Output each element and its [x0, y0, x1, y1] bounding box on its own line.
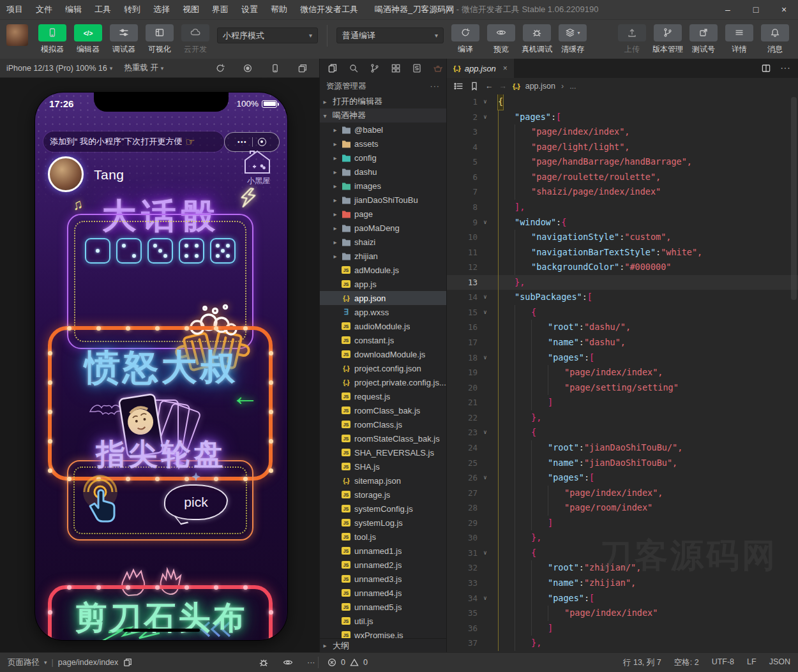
- mode-cloud-button[interactable]: 云开发: [177, 24, 213, 55]
- tree-file[interactable]: JSaudioModule.js: [320, 319, 446, 333]
- editor-scrollbar[interactable]: [791, 97, 797, 300]
- mode-layout-button[interactable]: 可视化: [142, 24, 177, 55]
- tab-app-json[interactable]: {..} app.json ×: [447, 59, 514, 78]
- tree-file[interactable]: JSroomClass.js: [320, 417, 446, 431]
- maximize-button[interactable]: □: [742, 4, 770, 15]
- fold-icon[interactable]: [478, 275, 493, 290]
- menu-转到[interactable]: 转到: [117, 4, 147, 15]
- tree-file[interactable]: {..}sitemap.json: [320, 474, 446, 488]
- outline-list-icon[interactable]: [453, 81, 463, 91]
- menu-设置[interactable]: 设置: [235, 4, 264, 15]
- fold-icon[interactable]: [478, 245, 493, 260]
- phone-simulator[interactable]: 17:26 100% 添加到“ 我的小程序”下次打开更方便☞ ••• Tang: [35, 93, 287, 640]
- tree-folder[interactable]: ▸@babel: [320, 123, 446, 137]
- fold-icon[interactable]: [478, 260, 493, 275]
- menu-工具[interactable]: 工具: [88, 4, 117, 15]
- menu-项目[interactable]: 项目: [0, 4, 29, 15]
- tree-folder[interactable]: ▸assets: [320, 137, 446, 151]
- hot-reload-toggle[interactable]: 热重载 开: [124, 63, 158, 73]
- fold-icon[interactable]: ∨: [478, 350, 493, 366]
- menu-文件[interactable]: 文件: [29, 4, 59, 15]
- warnings-icon[interactable]: [349, 657, 359, 668]
- menu-视图[interactable]: 视图: [176, 4, 206, 15]
- fold-icon[interactable]: [478, 154, 493, 170]
- mode-phone-button[interactable]: 模拟器: [34, 24, 70, 55]
- tree-folder[interactable]: ▸jianDaoShiTouBu: [320, 193, 446, 207]
- tree-file[interactable]: JSdownloadModule.js: [320, 347, 446, 361]
- fold-icon[interactable]: ∨: [478, 305, 493, 320]
- device-select[interactable]: iPhone 12/13 (Pro) 100% 16: [6, 64, 107, 73]
- back-icon[interactable]: ←: [485, 82, 493, 91]
- cursor-position[interactable]: 行 13, 列 7: [623, 657, 661, 668]
- capsule-menu[interactable]: •••: [224, 132, 280, 152]
- indent-setting[interactable]: 空格: 2: [674, 657, 699, 668]
- fold-icon[interactable]: [478, 440, 493, 456]
- fold-icon[interactable]: [478, 516, 493, 531]
- search-icon[interactable]: [349, 63, 359, 73]
- fold-icon[interactable]: [478, 230, 493, 245]
- fold-icon[interactable]: [478, 456, 493, 471]
- encoding[interactable]: UTF-8: [712, 657, 734, 668]
- mode-select[interactable]: 小程序模式▾: [217, 27, 318, 43]
- tree-file[interactable]: JSSHA.js: [320, 459, 446, 474]
- files-icon[interactable]: [327, 63, 338, 73]
- fold-icon[interactable]: [478, 320, 493, 335]
- tree-file[interactable]: JStool.js: [320, 530, 446, 544]
- tree-section[interactable]: ▾喝酒神器: [320, 108, 446, 123]
- user-avatar[interactable]: [6, 24, 28, 46]
- record-icon[interactable]: [243, 63, 253, 73]
- fold-icon[interactable]: [478, 500, 493, 516]
- tree-file[interactable]: ∃app.wxss: [320, 305, 446, 319]
- tree-folder[interactable]: ▸paoMaDeng: [320, 221, 446, 235]
- tree-file[interactable]: JSstorage.js: [320, 488, 446, 502]
- detach-window-icon[interactable]: [297, 63, 308, 73]
- tree-folder[interactable]: ▸page: [320, 207, 446, 221]
- mode-code-button[interactable]: </>编辑器: [70, 24, 106, 55]
- compile-select[interactable]: 普通编译▾: [336, 27, 444, 43]
- fold-icon[interactable]: [478, 621, 493, 636]
- right-menu-button[interactable]: 详情: [721, 24, 757, 55]
- fold-icon[interactable]: [478, 410, 493, 426]
- tree-file[interactable]: JSSHA_REVERSALS.js: [320, 445, 446, 459]
- tree-folder[interactable]: ▸zhijian: [320, 249, 446, 263]
- bookmark-icon[interactable]: [469, 81, 479, 91]
- tree-folder[interactable]: ▸shaizi: [320, 235, 446, 249]
- fold-icon[interactable]: [478, 395, 493, 410]
- snippet-file-icon[interactable]: [412, 63, 422, 73]
- fold-icon[interactable]: ∨: [478, 425, 493, 440]
- action-refresh-button[interactable]: 编译: [448, 24, 483, 55]
- tree-folder[interactable]: ▸dashu: [320, 165, 446, 179]
- tree-file[interactable]: JSunnamed5.js: [320, 600, 446, 614]
- forward-icon[interactable]: →: [499, 82, 508, 91]
- tree-folder[interactable]: ▸config: [320, 151, 446, 165]
- copy-path-icon[interactable]: [123, 657, 133, 668]
- menu-选择[interactable]: 选择: [147, 4, 176, 15]
- page-path-label[interactable]: 页面路径: [8, 657, 40, 668]
- split-editor-icon[interactable]: [761, 63, 771, 73]
- action-layers-button[interactable]: ▾清缓存: [555, 24, 591, 55]
- tree-file[interactable]: JSunnamed3.js: [320, 572, 446, 586]
- fold-icon[interactable]: [478, 636, 493, 651]
- errors-icon[interactable]: [327, 657, 337, 668]
- tree-file[interactable]: JSunnamed4.js: [320, 586, 446, 600]
- fold-icon[interactable]: ∨: [478, 215, 493, 230]
- debug-icon[interactable]: [259, 657, 269, 668]
- fold-icon[interactable]: [478, 184, 493, 200]
- tree-folder[interactable]: ▸images: [320, 179, 446, 193]
- tree-file[interactable]: JSapp.js: [320, 277, 446, 291]
- fold-icon[interactable]: [478, 365, 493, 380]
- tree-file[interactable]: {..}app.json: [320, 291, 446, 305]
- tree-file[interactable]: JSutil.js: [320, 614, 446, 628]
- tree-file[interactable]: JSadModule.js: [320, 263, 446, 277]
- eol[interactable]: LF: [747, 657, 757, 668]
- tree-file[interactable]: JSsystemConfig.js: [320, 502, 446, 516]
- fold-icon[interactable]: [478, 200, 493, 215]
- extensions-icon[interactable]: [391, 63, 401, 73]
- language-mode[interactable]: JSON: [769, 657, 790, 668]
- fold-icon[interactable]: [478, 576, 493, 591]
- editor-more-icon[interactable]: ···: [780, 63, 790, 74]
- tree-file[interactable]: JSconstant.js: [320, 333, 446, 347]
- device-frame-icon[interactable]: [270, 63, 280, 73]
- fold-icon[interactable]: [478, 380, 493, 396]
- tree-file[interactable]: JSunnamed2.js: [320, 558, 446, 572]
